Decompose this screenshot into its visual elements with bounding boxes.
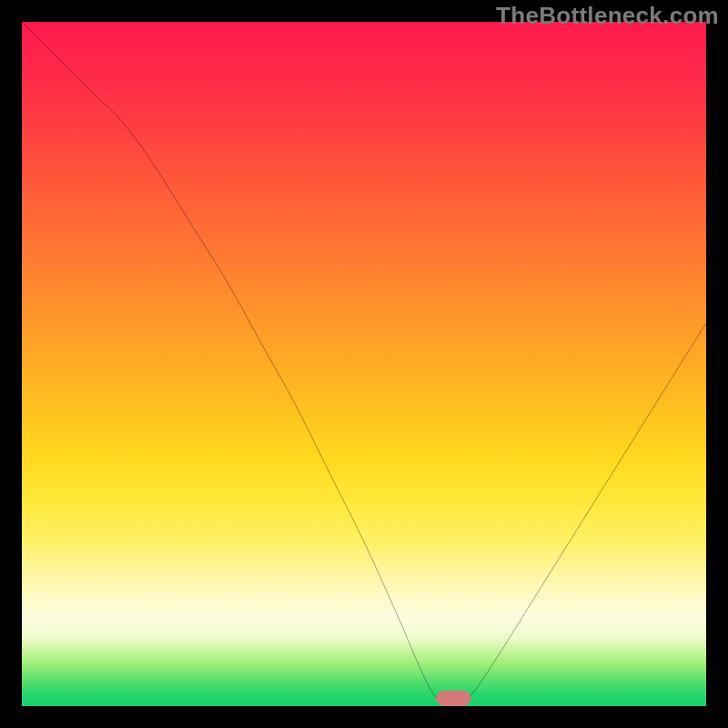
- watermark-text: TheBottleneck.com: [496, 2, 719, 30]
- plot-area: [22, 22, 706, 706]
- optimal-marker: [436, 691, 470, 706]
- bottleneck-curve: [22, 22, 706, 706]
- chart-frame: TheBottleneck.com: [0, 0, 728, 728]
